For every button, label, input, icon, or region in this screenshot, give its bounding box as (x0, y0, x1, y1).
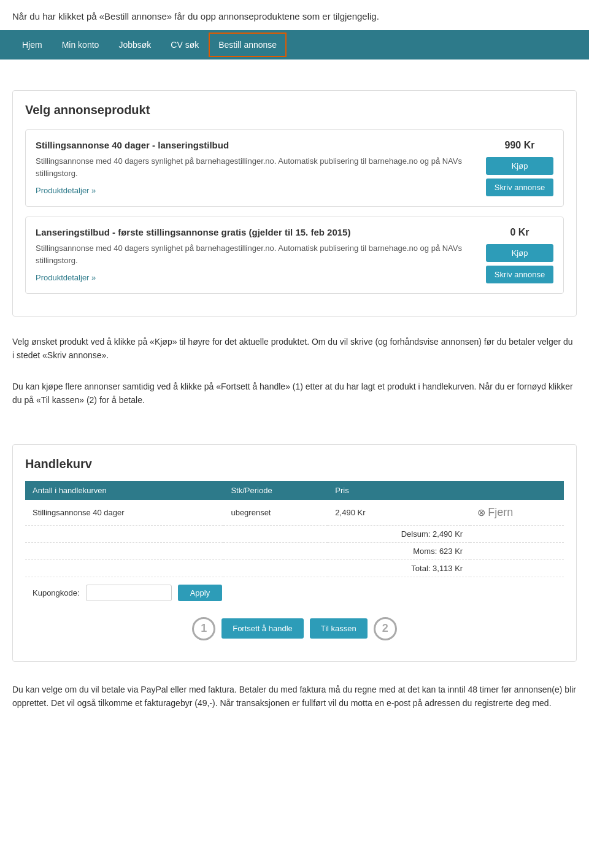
arrow-num-1: 1 (201, 622, 207, 635)
nav-minkonto[interactable]: Min konto (52, 31, 109, 58)
nav-cvsok[interactable]: CV søk (161, 31, 209, 58)
intro-text: Når du har klikket på «Bestill annonse» … (0, 0, 589, 30)
product-link-2[interactable]: Produktdetaljer » (36, 273, 96, 282)
write-button-1[interactable]: Skriv annonse (486, 179, 553, 196)
cart-header-action (470, 481, 564, 500)
product-section: Velg annonseprodukt Stillingsannonse 40 … (12, 90, 577, 317)
buy-button-2[interactable]: Kjøp (486, 244, 553, 262)
cart-item-row: Stillingsannonse 40 dager ubegrenset 2,4… (25, 500, 564, 526)
cart-tax-row: Moms: 623 Kr (25, 542, 564, 559)
remove-label: Fjern (488, 506, 513, 519)
product-price-1: 990 Kr (505, 140, 535, 151)
product-actions-1: 990 Kr Kjøp Skriv annonse (474, 140, 553, 196)
cart-header-row: Antall i handlekurven Stk/Periode Pris (25, 481, 564, 500)
product-link-1[interactable]: Produktdetaljer » (36, 186, 96, 195)
product-desc-1: Stillingsannonse med 40 dagers synlighet… (36, 155, 474, 179)
coupon-row: Kupongkode: Apply (25, 577, 564, 609)
nav-hjem[interactable]: Hjem (12, 31, 52, 58)
navbar: Hjem Min konto Jobbsøk CV søk Bestill an… (0, 30, 589, 60)
product-name-2: Lanseringstilbud - første stillingsannon… (36, 227, 474, 237)
cart-item-period: ubegrenset (223, 500, 328, 526)
arrow-circle-1: 1 (192, 617, 215, 640)
footer-text: Du kan velge om du vil betale via PayPal… (0, 674, 589, 723)
product-actions-2: 0 Kr Kjøp Skriv annonse (474, 227, 553, 283)
cart-tax-label: Moms: 623 Kr (328, 542, 470, 559)
cart-item-price: 2,490 Kr (328, 500, 470, 526)
cart-actions: 1 Fortsett å handle Til kassen 2 (25, 609, 564, 649)
cart-subtotal-row: Delsum: 2,490 Kr (25, 525, 564, 542)
cart-subtotal-action (470, 525, 564, 542)
cart-subtotal-spacer (25, 525, 328, 542)
cart-header-col1: Antall i handlekurven (25, 481, 223, 500)
arrow-num-2: 2 (382, 622, 388, 635)
arrow-circle-2: 2 (374, 617, 397, 640)
cart-section: Handlekurv Antall i handlekurven Stk/Per… (12, 444, 577, 662)
cart-total-label: Total: 3,113 Kr (328, 559, 470, 577)
cart-tax-spacer (25, 542, 328, 559)
cart-tax-action (470, 542, 564, 559)
product-price-2: 0 Kr (510, 227, 529, 238)
cart-total-row: Total: 3,113 Kr (25, 559, 564, 577)
product-name-1: Stillingsannonse 40 dager - lanseringsti… (36, 140, 474, 150)
apply-button[interactable]: Apply (178, 585, 223, 601)
product-info-1: Stillingsannonse 40 dager - lanseringsti… (36, 140, 474, 195)
coupon-label: Kupongkode: (33, 588, 80, 597)
cart-item-remove-cell: ⊗ Fjern (470, 500, 564, 526)
cart-header-col2: Stk/Periode (223, 481, 328, 500)
product-info-2: Lanseringstilbud - første stillingsannon… (36, 227, 474, 282)
remove-item-button[interactable]: ⊗ Fjern (477, 506, 513, 519)
product-card-1: Stillingsannonse 40 dager - lanseringsti… (25, 129, 564, 207)
cart-item-name: Stillingsannonse 40 dager (25, 500, 223, 526)
buy-button-1[interactable]: Kjøp (486, 157, 553, 175)
body-text-1: Velg ønsket produkt ved å klikke på «Kjø… (0, 329, 589, 369)
cart-table: Antall i handlekurven Stk/Periode Pris S… (25, 481, 564, 577)
minus-circle-icon: ⊗ (477, 507, 485, 518)
cart-total-spacer (25, 559, 328, 577)
continue-button[interactable]: Fortsett å handle (221, 618, 304, 639)
product-desc-2: Stillingsannonse med 40 dagers synlighet… (36, 242, 474, 266)
checkout-button[interactable]: Til kassen (310, 618, 368, 639)
write-button-2[interactable]: Skriv annonse (486, 266, 553, 283)
coupon-input[interactable] (86, 585, 172, 601)
cart-title: Handlekurv (25, 457, 564, 471)
nav-jobbsok[interactable]: Jobbsøk (109, 31, 161, 58)
product-section-title: Velg annonseprodukt (25, 103, 564, 117)
body-text-2: Du kan kjøpe flere annonser samtidig ved… (0, 374, 589, 413)
cart-total-action (470, 559, 564, 577)
cart-subtotal-label: Delsum: 2,490 Kr (328, 525, 470, 542)
cart-header-col3: Pris (328, 481, 470, 500)
nav-bestill[interactable]: Bestill annonse (209, 33, 287, 57)
product-card-2: Lanseringstilbud - første stillingsannon… (25, 217, 564, 294)
